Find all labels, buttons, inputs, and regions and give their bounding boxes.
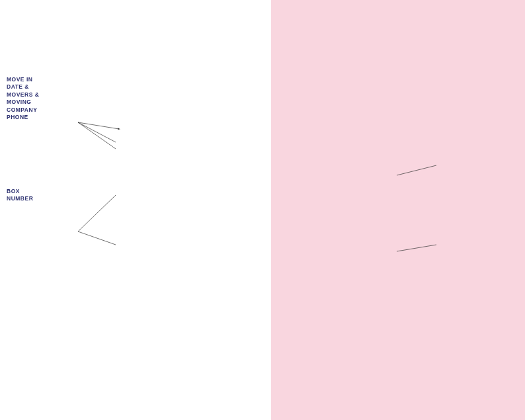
annotation-box-number-text: BOX NUMBER <box>7 188 83 203</box>
annotation-move-in-date: MOVE IN DATE & MOVERS & MOVING COMPANY P… <box>7 76 83 122</box>
annotation-move-in-date-text: MOVE IN DATE & MOVERS & MOVING COMPANY P… <box>7 76 83 122</box>
annotation-box-number: BOX NUMBER <box>7 188 83 203</box>
